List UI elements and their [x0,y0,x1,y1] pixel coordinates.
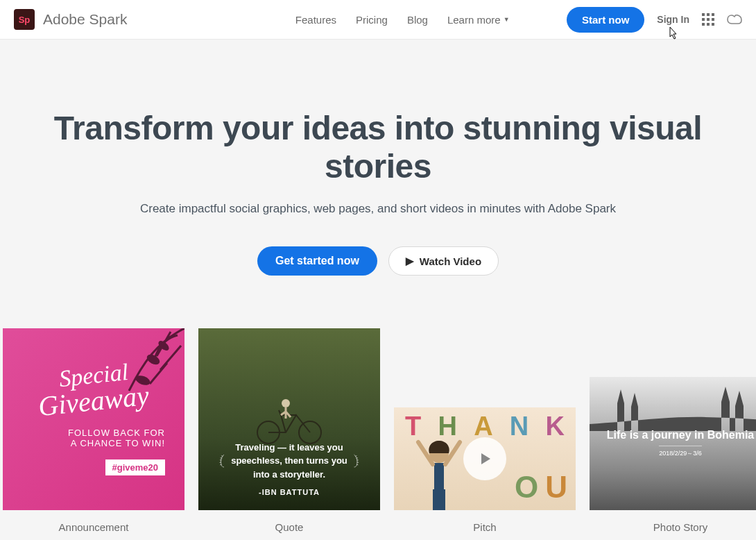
svg-rect-7 [433,489,445,510]
towers-silhouette-icon [590,382,756,431]
card-photo-story[interactable]: Life is a journey in Bohemia 2018/2/29～3… [590,328,756,533]
laurel-right-icon [353,444,359,478]
get-started-button[interactable]: Get started now [257,246,377,276]
pitch-label: Pitch [394,521,576,533]
quote-label: Quote [198,521,380,533]
nav-features[interactable]: Features [295,14,336,26]
card-pitch[interactable]: THANK OU Pitch [394,328,576,533]
laurel-wrap: Traveling — it leaves you speechless, th… [219,441,359,482]
pitch-image: THANK OU [394,407,576,510]
nav-blog[interactable]: Blog [407,14,428,26]
photo-story-image: Life is a journey in Bohemia 2018/2/29～3… [590,377,756,510]
nav-right: Start now Sign In [567,7,742,33]
logo-icon: Sp [14,9,35,30]
photo-story-label: Photo Story [590,521,756,533]
announcement-tag: #giveme20 [105,459,166,475]
nav-learn-more[interactable]: Learn more ▼ [447,14,510,26]
play-button-icon[interactable] [463,437,506,480]
nav-links: Features Pricing Blog Learn more ▼ [184,14,510,26]
hero-subtitle: Create impactful social graphics, web pa… [14,202,742,216]
watch-video-button[interactable]: ▶ Watch Video [388,246,499,276]
hero-title: Transform your ideas into stunning visua… [14,109,742,185]
watch-video-label: Watch Video [420,255,481,267]
svg-point-0 [145,353,161,366]
announcement-sub1: FOLLOW BACK FOR [68,428,165,438]
announcement-label: Announcement [3,521,184,533]
quote-image: Traveling — it leaves you speechless, th… [198,328,380,510]
announcement-sub2: A CHANCE TO WIN! [71,438,165,448]
navbar: Sp Adobe Spark Features Pricing Blog Lea… [0,0,756,40]
nav-learn-more-label: Learn more [447,14,501,26]
svg-point-5 [282,399,290,407]
announcement-image: Special Giveaway FOLLOW BACK FOR A CHANC… [3,328,184,510]
bicycle-icon [248,384,331,446]
sign-in-link[interactable]: Sign In [657,14,689,25]
card-quote[interactable]: Traveling — it leaves you speechless, th… [198,328,380,533]
hero-section: Transform your ideas into stunning visua… [0,40,756,303]
photo-story-title: Life is a journey in Bohemia [607,429,755,441]
start-now-button[interactable]: Start now [567,7,644,33]
girl-silhouette-icon [408,434,470,510]
sign-in-label: Sign In [657,14,689,25]
nav-pricing[interactable]: Pricing [356,14,388,26]
creative-cloud-icon[interactable] [727,15,742,24]
card-announcement[interactable]: Special Giveaway FOLLOW BACK FOR A CHANC… [3,328,184,533]
quote-author: -IBN BATTUTA [259,488,320,496]
gallery: Special Giveaway FOLLOW BACK FOR A CHANC… [0,303,756,540]
pitch-you: OU [515,470,567,505]
brand-name: Adobe Spark [43,11,127,28]
hero-buttons: Get started now ▶ Watch Video [14,246,742,276]
photo-story-date: 2018/2/29～3/6 [659,446,702,458]
laurel-left-icon [219,444,225,478]
apps-grid-icon[interactable] [702,13,714,26]
play-icon: ▶ [406,255,414,267]
caret-down-icon: ▼ [504,16,510,23]
quote-text: Traveling — it leaves you speechless, th… [231,441,348,482]
